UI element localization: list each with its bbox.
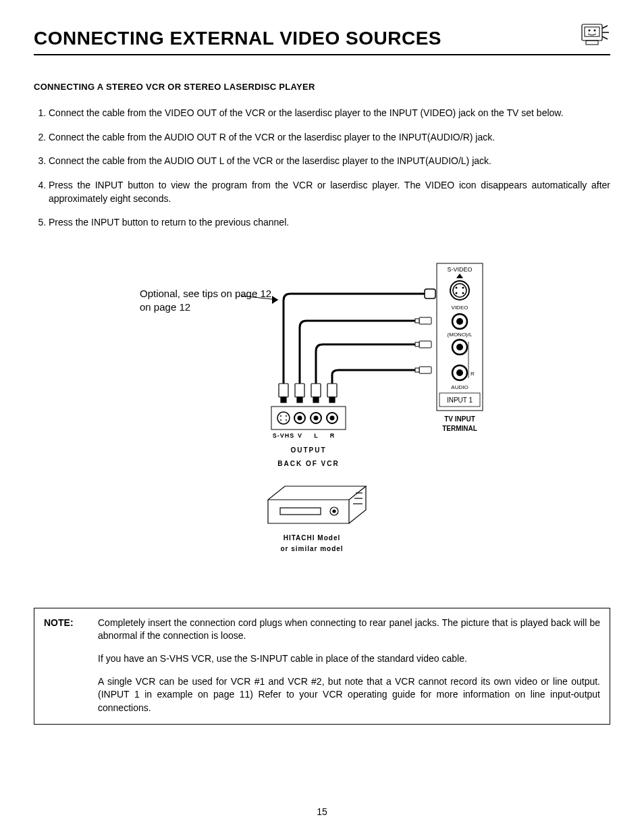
svg-rect-46 (311, 384, 321, 397)
svg-rect-4 (586, 41, 598, 45)
svg-line-7 (602, 36, 608, 39)
step-item: Press the INPUT button to view the progr… (49, 179, 610, 205)
svg-point-54 (280, 419, 281, 421)
svg-text:L: L (314, 432, 318, 439)
note-text: Completely insert the connection cord pl… (98, 617, 600, 643)
svg-text:INPUT 1: INPUT 1 (447, 396, 473, 404)
note-text: If you have an S-VHS VCR, use the S-INPU… (98, 652, 600, 666)
svg-rect-68 (280, 508, 321, 515)
svg-marker-13 (456, 273, 463, 278)
note-text: A single VCR can be used for VCR #1 and … (98, 675, 600, 715)
instruction-list: Connect the cable from the VIDEO OUT of … (34, 107, 610, 230)
page-header: CONNECTING EXTERNAL VIDEO SOURCES (34, 19, 610, 55)
svg-point-25 (456, 344, 463, 350)
note-box: NOTE: Completely insert the connection c… (34, 608, 610, 725)
step-item: Press the INPUT button to return to the … (49, 216, 610, 230)
svg-point-53 (286, 415, 287, 417)
connection-diagram: Optional, see tips on page 12 on page 12… (34, 257, 610, 574)
section-subtitle: CONNECTING A STEREO VCR OR STEREO LASERD… (34, 81, 610, 93)
svg-rect-35 (425, 289, 435, 298)
vcr-output-panel: S-VHS V L R OUTPUT BACK OF VCR (271, 407, 346, 467)
svg-text:VIDEO: VIDEO (452, 305, 468, 311)
svg-point-17 (462, 286, 464, 288)
vcr-unit-icon (268, 486, 366, 523)
cable-icon (284, 289, 435, 385)
svg-point-70 (333, 510, 336, 513)
svg-rect-40 (419, 367, 431, 373)
svg-text:TERMINAL: TERMINAL (442, 425, 477, 432)
svg-rect-45 (297, 397, 302, 402)
svg-point-61 (330, 415, 335, 420)
plug-icon (279, 384, 337, 402)
svg-rect-38 (419, 341, 431, 348)
svg-text:OUTPUT: OUTPUT (290, 446, 326, 454)
svg-point-52 (280, 415, 281, 417)
step-item: Connect the cable from the VIDEO OUT of … (49, 107, 610, 120)
rca-plug-icon (415, 317, 431, 373)
svg-point-18 (456, 292, 458, 294)
mascot-icon (578, 19, 610, 51)
svg-text:TV INPUT: TV INPUT (444, 415, 475, 423)
svg-text:HITACHI Model: HITACHI Model (284, 534, 340, 542)
svg-text:R: R (471, 371, 475, 377)
svg-marker-10 (272, 296, 278, 304)
note-label: NOTE: (44, 617, 98, 643)
svg-text:(MONO)/L: (MONO)/L (448, 332, 473, 338)
svg-rect-42 (279, 384, 288, 397)
svg-text:or similar model: or similar model (280, 545, 343, 552)
svg-text:R: R (330, 432, 335, 439)
svg-point-3 (594, 30, 596, 32)
svg-point-22 (456, 318, 463, 325)
page-number: 15 (34, 806, 610, 819)
svg-rect-49 (329, 397, 335, 402)
svg-rect-48 (327, 384, 337, 397)
svg-text:AUDIO: AUDIO (451, 384, 468, 390)
page-title: CONNECTING EXTERNAL VIDEO SOURCES (34, 25, 441, 51)
svg-point-15 (453, 284, 466, 297)
svg-rect-47 (313, 397, 319, 402)
svg-point-28 (456, 369, 463, 376)
svg-point-51 (277, 412, 290, 424)
svg-point-55 (286, 419, 287, 421)
svg-point-16 (456, 286, 458, 288)
svg-text:on page 12: on page 12 (140, 301, 190, 313)
step-item: Connect the cable from the AUDIO OUT R o… (49, 131, 610, 145)
svg-line-5 (602, 26, 608, 28)
svg-rect-44 (295, 384, 304, 397)
svg-text:S-VHS: S-VHS (273, 432, 295, 439)
svg-text:S-VIDEO: S-VIDEO (447, 266, 472, 273)
svg-text:BACK OF VCR: BACK OF VCR (277, 460, 339, 467)
svg-point-19 (462, 292, 464, 294)
svg-rect-39 (415, 342, 419, 346)
svg-point-59 (314, 415, 319, 420)
svg-text:V: V (298, 432, 302, 439)
tv-input-panel: S-VIDEO VIDEO (MONO)/L R AUDIO INPUT 1 T… (437, 263, 483, 432)
svg-point-2 (589, 30, 591, 32)
svg-rect-43 (281, 397, 286, 402)
svg-rect-36 (419, 317, 431, 324)
tip-text: Optional, see tips on page 12 (140, 288, 271, 299)
svg-rect-41 (415, 368, 419, 372)
step-item: Connect the cable from the AUDIO OUT L o… (49, 155, 610, 168)
svg-point-57 (298, 415, 302, 420)
svg-rect-37 (415, 319, 419, 323)
